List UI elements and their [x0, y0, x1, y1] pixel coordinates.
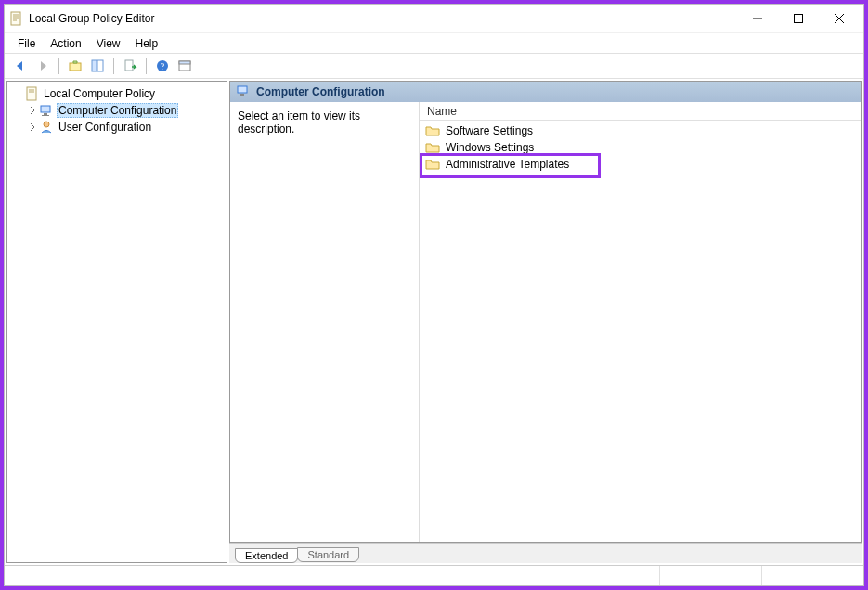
- minimize-button[interactable]: [737, 6, 778, 32]
- svg-rect-11: [92, 60, 97, 71]
- detail-pane: Computer Configuration Select an item to…: [229, 81, 862, 543]
- svg-rect-13: [125, 60, 133, 71]
- list-item-label: Windows Settings: [446, 141, 534, 154]
- back-button[interactable]: [10, 56, 31, 76]
- computer-icon: [236, 83, 251, 101]
- app-window: Local Group Policy Editor File Action Vi…: [4, 4, 864, 586]
- user-icon: [39, 120, 54, 135]
- svg-point-24: [44, 122, 49, 127]
- tab-extended[interactable]: Extended: [235, 548, 298, 563]
- list-item-label: Administrative Templates: [446, 158, 569, 171]
- svg-rect-23: [42, 115, 49, 116]
- tree-label: Local Computer Policy: [42, 87, 157, 100]
- document-icon: [24, 86, 39, 101]
- description-panel: Select an item to view its description.: [230, 102, 420, 542]
- tree-label: Computer Configuration: [57, 103, 178, 118]
- list-item[interactable]: Windows Settings: [420, 139, 861, 156]
- list-panel: Name Software Settings: [420, 102, 861, 542]
- list-item-label: Software Settings: [446, 124, 533, 137]
- detail-wrap: Computer Configuration Select an item to…: [229, 81, 862, 563]
- svg-rect-26: [240, 94, 244, 96]
- maximize-button[interactable]: [778, 6, 819, 32]
- expand-icon[interactable]: [26, 104, 39, 117]
- content-area: Local Computer Policy Computer Configura…: [5, 79, 863, 565]
- detail-header-title: Computer Configuration: [256, 85, 385, 98]
- svg-rect-21: [41, 106, 50, 112]
- tab-standard[interactable]: Standard: [297, 547, 359, 562]
- list-items: Software Settings Windows Settings: [420, 121, 861, 174]
- menu-file[interactable]: File: [10, 35, 43, 52]
- up-one-level-button[interactable]: [65, 56, 85, 76]
- tree-root-item[interactable]: Local Computer Policy: [7, 85, 227, 102]
- column-name: Name: [427, 105, 457, 118]
- status-bar: [5, 565, 863, 585]
- svg-rect-18: [27, 87, 36, 100]
- description-text: Select an item to view its description.: [238, 109, 360, 135]
- status-cell: [659, 566, 761, 585]
- svg-rect-17: [179, 61, 190, 64]
- menu-help[interactable]: Help: [128, 35, 166, 52]
- detail-body: Select an item to view its description. …: [230, 102, 861, 542]
- list-header[interactable]: Name: [420, 102, 861, 121]
- help-button[interactable]: ?: [152, 56, 173, 76]
- blank-expander: [11, 87, 24, 100]
- status-spacer: [5, 566, 659, 585]
- detail-header: Computer Configuration: [230, 82, 861, 102]
- tree-pane[interactable]: Local Computer Policy Computer Configura…: [6, 81, 227, 563]
- close-button[interactable]: [819, 6, 860, 32]
- app-icon: [8, 11, 23, 26]
- tab-strip: Extended Standard: [229, 543, 862, 563]
- menu-view[interactable]: View: [89, 35, 128, 52]
- tree-label: User Configuration: [57, 121, 153, 134]
- window-title: Local Group Policy Editor: [29, 12, 154, 25]
- folder-icon: [425, 123, 440, 138]
- svg-marker-10: [73, 61, 77, 63]
- separator: [113, 58, 114, 74]
- svg-rect-22: [44, 113, 47, 115]
- list-item[interactable]: Administrative Templates: [420, 156, 861, 173]
- svg-rect-25: [238, 86, 247, 93]
- separator: [146, 58, 147, 74]
- folder-icon: [425, 157, 440, 172]
- svg-text:?: ?: [161, 61, 165, 71]
- svg-rect-9: [70, 63, 81, 71]
- svg-rect-12: [97, 60, 103, 71]
- properties-button[interactable]: [175, 56, 195, 76]
- toolbar: ?: [5, 53, 863, 79]
- show-hide-tree-button[interactable]: [87, 56, 108, 76]
- folder-icon: [425, 140, 440, 155]
- tree-item-user-configuration[interactable]: User Configuration: [22, 119, 227, 135]
- expand-icon[interactable]: [26, 121, 39, 134]
- svg-rect-6: [795, 15, 803, 23]
- tree-item-computer-configuration[interactable]: Computer Configuration: [22, 102, 227, 119]
- status-cell: [761, 566, 863, 585]
- forward-button[interactable]: [32, 56, 53, 76]
- list-item[interactable]: Software Settings: [420, 122, 861, 139]
- menubar: File Action View Help: [5, 32, 863, 53]
- svg-rect-27: [239, 96, 246, 96]
- titlebar: Local Group Policy Editor: [5, 5, 863, 32]
- computer-icon: [39, 103, 54, 118]
- menu-action[interactable]: Action: [43, 35, 88, 52]
- export-list-button[interactable]: [120, 56, 140, 76]
- separator: [58, 58, 59, 74]
